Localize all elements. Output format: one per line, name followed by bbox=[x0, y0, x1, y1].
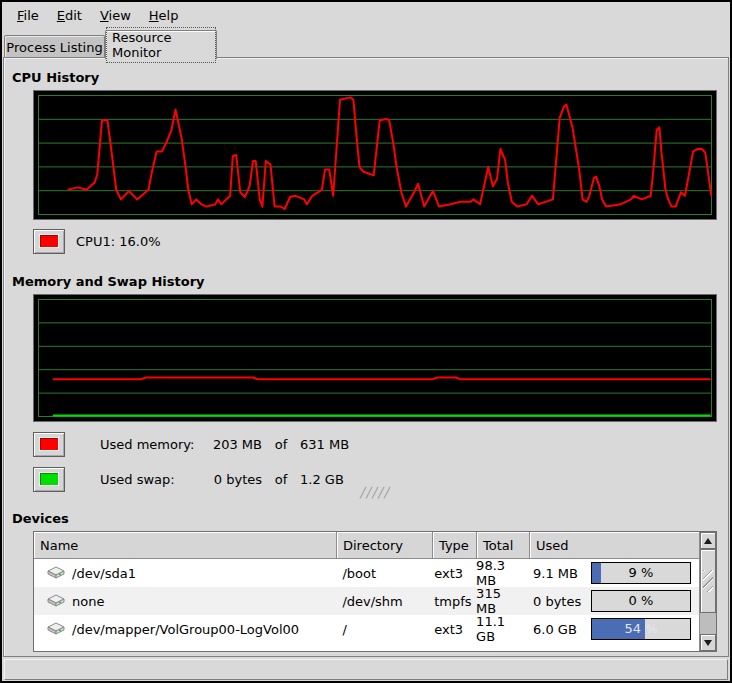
device-total: 315 MB bbox=[476, 587, 529, 615]
menu-file[interactable]: File bbox=[8, 5, 48, 26]
devices-table: Name Directory Type Total Used /dev/sda1… bbox=[33, 531, 717, 652]
usage-percent-label: 9 % bbox=[592, 563, 690, 583]
device-used: 0 bytes bbox=[529, 594, 591, 609]
usage-percent-label: 54 % bbox=[592, 619, 690, 639]
column-header-type[interactable]: Type bbox=[433, 532, 477, 559]
device-name-cell: /dev/sda1 bbox=[34, 559, 336, 587]
device-used: 6.0 GB bbox=[529, 622, 591, 637]
usage-progress-bar: 0 % bbox=[591, 590, 691, 612]
disk-icon bbox=[46, 565, 66, 582]
device-total: 98.3 MB bbox=[476, 559, 529, 587]
tab-resource-monitor[interactable]: Resource Monitor bbox=[105, 30, 217, 59]
memory-used-value: 203 MB bbox=[200, 437, 262, 452]
memory-total-value: 631 MB bbox=[300, 437, 349, 452]
column-header-used[interactable]: Used bbox=[530, 532, 699, 559]
memory-color-button[interactable] bbox=[33, 432, 65, 457]
device-type: ext3 bbox=[432, 615, 476, 643]
device-directory: / bbox=[336, 615, 432, 643]
memory-color-swatch bbox=[40, 438, 58, 450]
device-total: 11.1 GB bbox=[476, 615, 529, 643]
usage-progress-bar: 9 % bbox=[591, 562, 691, 584]
table-row[interactable]: /dev/mapper/VolGroup00-LogVol00/ext311.1… bbox=[34, 615, 699, 643]
swap-total-value: 1.2 GB bbox=[300, 472, 344, 487]
memory-swap-graph bbox=[33, 294, 717, 422]
memory-legend: Used memory: 203 MB of 631 MB bbox=[33, 431, 349, 457]
arrow-down-icon bbox=[704, 640, 712, 646]
column-header-name[interactable]: Name bbox=[34, 532, 337, 559]
memory-of-text: of bbox=[271, 437, 291, 452]
device-directory: /boot bbox=[336, 559, 432, 587]
usage-progress-bar: 54 % bbox=[591, 618, 691, 640]
menu-view[interactable]: View bbox=[91, 5, 140, 26]
scroll-down-button[interactable] bbox=[700, 634, 716, 651]
device-name: /dev/sda1 bbox=[72, 566, 136, 581]
usage-percent-label: 0 % bbox=[592, 591, 690, 611]
device-name-cell: none bbox=[34, 587, 336, 615]
scrollbar-thumb[interactable] bbox=[700, 549, 716, 613]
swap-legend: Used swap: 0 bytes of 1.2 GB bbox=[33, 466, 344, 492]
swap-used-value: 0 bytes bbox=[200, 472, 262, 487]
menu-edit[interactable]: Edit bbox=[48, 5, 91, 26]
arrow-up-icon bbox=[704, 538, 712, 544]
status-bar bbox=[4, 659, 728, 680]
memory-history-title: Memory and Swap History bbox=[12, 274, 205, 289]
swap-color-button[interactable] bbox=[33, 467, 65, 492]
menu-help[interactable]: Help bbox=[140, 5, 188, 26]
swap-of-text: of bbox=[271, 472, 291, 487]
devices-scrollbar[interactable] bbox=[699, 532, 716, 651]
cpu-legend-label: CPU1: 16.0% bbox=[76, 234, 161, 249]
cpu-history-graph bbox=[33, 90, 717, 220]
swap-color-swatch bbox=[40, 473, 58, 485]
tab-process-listing[interactable]: Process Listing bbox=[4, 35, 105, 58]
device-type: tmpfs bbox=[432, 587, 476, 615]
cpu-color-swatch bbox=[40, 235, 58, 247]
device-used-cell: 6.0 GB54 % bbox=[529, 615, 699, 643]
devices-table-body: /dev/sda1/bootext398.3 MB9.1 MB9 %none/d… bbox=[34, 559, 699, 651]
device-name: none bbox=[72, 594, 104, 609]
scroll-up-button[interactable] bbox=[700, 532, 716, 549]
cpu-history-title: CPU History bbox=[12, 70, 99, 85]
device-name: /dev/mapper/VolGroup00-LogVol00 bbox=[72, 622, 299, 637]
device-name-cell: /dev/mapper/VolGroup00-LogVol00 bbox=[34, 615, 336, 643]
table-row[interactable]: none/dev/shmtmpfs315 MB0 bytes0 % bbox=[34, 587, 699, 615]
table-row[interactable]: /dev/sda1/bootext398.3 MB9.1 MB9 % bbox=[34, 559, 699, 587]
pane-resize-grip[interactable]: ╱╱╱╱╱ bbox=[352, 488, 398, 498]
scrollbar-grip-icon bbox=[703, 570, 713, 592]
menubar: File Edit View Help bbox=[2, 2, 730, 28]
device-used-cell: 0 bytes0 % bbox=[529, 587, 699, 615]
system-monitor-window: File Edit View Help Process Listing Reso… bbox=[0, 0, 732, 683]
memory-legend-label: Used memory: bbox=[100, 437, 200, 452]
column-header-total[interactable]: Total bbox=[477, 532, 530, 559]
device-type: ext3 bbox=[432, 559, 476, 587]
devices-table-header: Name Directory Type Total Used bbox=[34, 532, 699, 559]
tab-bar: Process Listing Resource Monitor bbox=[2, 28, 730, 58]
disk-icon bbox=[46, 593, 66, 610]
devices-title: Devices bbox=[12, 511, 69, 526]
disk-icon bbox=[46, 621, 66, 638]
column-header-directory[interactable]: Directory bbox=[337, 532, 433, 559]
device-used-cell: 9.1 MB9 % bbox=[529, 559, 699, 587]
swap-legend-label: Used swap: bbox=[100, 472, 200, 487]
cpu-legend: CPU1: 16.0% bbox=[33, 228, 161, 254]
device-directory: /dev/shm bbox=[336, 587, 432, 615]
cpu-color-button[interactable] bbox=[33, 229, 65, 254]
device-used: 9.1 MB bbox=[529, 566, 591, 581]
tab-resource-monitor-label: Resource Monitor bbox=[106, 27, 216, 63]
